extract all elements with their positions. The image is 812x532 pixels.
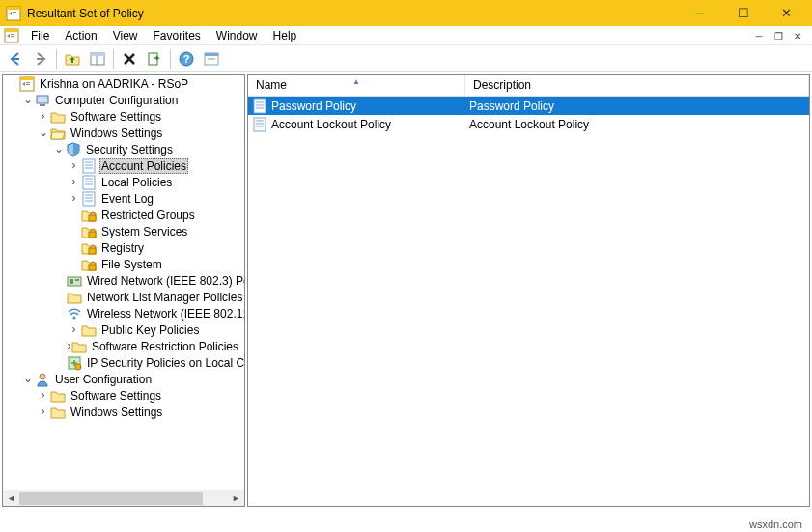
tree-event-log[interactable]: ›Event Log	[3, 190, 244, 207]
folder-icon	[81, 322, 97, 338]
export-icon	[147, 51, 162, 67]
expand-icon[interactable]: ›	[36, 405, 50, 419]
tree-network-list-manager[interactable]: Network List Manager Policies	[3, 289, 244, 305]
expand-icon[interactable]: ›	[36, 109, 50, 124]
expand-icon[interactable]: ›	[67, 158, 81, 173]
menu-view[interactable]: View	[105, 27, 146, 44]
tree-user-configuration[interactable]: ⌄User Configuration	[3, 371, 244, 387]
expand-icon[interactable]: ›	[67, 191, 81, 206]
menu-action[interactable]: Action	[57, 27, 104, 44]
sort-asc-icon: ▲	[352, 77, 360, 86]
tree-h-scrollbar[interactable]: ◄ ►	[3, 490, 244, 506]
column-name[interactable]: Name▲	[248, 75, 465, 96]
app-icon	[6, 6, 21, 21]
collapse-icon[interactable]: ⌄	[51, 142, 66, 156]
titlebar: Resultant Set of Policy ─ ☐ ✕	[0, 0, 812, 26]
menu-help[interactable]: Help	[266, 27, 305, 44]
tree-software-restriction[interactable]: ›Software Restriction Policies	[3, 338, 244, 354]
list-panel[interactable]: Name▲ Description Password Policy Passwo…	[247, 74, 810, 507]
tree-wired-network[interactable]: Wired Network (IEEE 802.3) Policies	[3, 272, 244, 289]
delete-button[interactable]	[118, 47, 141, 70]
doclist-icon	[81, 191, 97, 207]
tree-comp-software-settings[interactable]: ›Software Settings	[3, 108, 244, 125]
tree-ip-security[interactable]: IP Security Policies on Local Computer	[3, 354, 244, 371]
folder-open-icon	[50, 126, 66, 141]
ipsec-icon	[67, 355, 82, 371]
mdi-minimize-button[interactable]: ─	[750, 28, 768, 43]
list-row-password-policy[interactable]: Password Policy Password Policy	[248, 97, 809, 115]
tree-public-key-policies[interactable]: ›Public Key Policies	[3, 322, 244, 338]
menubar: File Action View Favorites Window Help ─…	[0, 26, 812, 45]
doclist-icon	[81, 175, 97, 190]
column-description[interactable]: Description	[465, 75, 809, 96]
collapse-icon[interactable]: ⌄	[20, 372, 35, 386]
scroll-thumb[interactable]	[19, 492, 203, 505]
shield-icon	[66, 142, 81, 157]
doclist-icon	[252, 98, 267, 114]
svg-rect-24	[40, 104, 45, 106]
properties-button[interactable]	[200, 47, 223, 70]
up-button[interactable]	[61, 47, 84, 70]
folder-icon	[67, 290, 82, 305]
expand-icon[interactable]: ›	[36, 388, 50, 403]
user-icon	[35, 372, 50, 387]
tree-local-policies[interactable]: ›Local Policies	[3, 174, 244, 190]
netcard-icon	[67, 273, 82, 289]
tree-system-services[interactable]: System Services	[3, 223, 244, 239]
computer-icon	[35, 93, 50, 108]
scroll-right-icon[interactable]: ►	[228, 490, 244, 507]
tree-wireless-network[interactable]: Wireless Network (IEEE 802.11) Policies	[3, 305, 244, 322]
folder-icon	[50, 109, 66, 125]
scroll-left-icon[interactable]: ◄	[3, 490, 19, 507]
rsop-icon	[19, 76, 35, 92]
footer-watermark: wsxdn.com	[749, 518, 802, 530]
forward-button[interactable]	[29, 47, 52, 70]
menu-window[interactable]: Window	[209, 27, 266, 44]
menu-file[interactable]: File	[23, 27, 57, 44]
wifi-icon	[67, 306, 82, 322]
tree-comp-windows-settings[interactable]: ⌄Windows Settings	[3, 125, 244, 141]
close-button[interactable]: ✕	[765, 0, 808, 26]
folder-lock-icon	[81, 224, 97, 239]
mdi-close-button[interactable]: ✕	[789, 28, 806, 43]
system-menu-icon[interactable]	[4, 28, 19, 43]
tree-security-settings[interactable]: ⌄Security Settings	[3, 141, 244, 157]
toolbar	[0, 45, 812, 72]
svg-rect-23	[37, 96, 48, 103]
window-title: Resultant Set of Policy	[27, 7, 144, 20]
list-header: Name▲ Description	[248, 75, 809, 97]
pane-icon	[90, 51, 105, 67]
expand-icon[interactable]: ›	[67, 175, 81, 189]
help-icon	[179, 51, 194, 67]
maximize-button[interactable]: ☐	[721, 0, 765, 26]
tree-user-windows-settings[interactable]: ›Windows Settings	[3, 404, 244, 420]
back-button[interactable]	[4, 47, 27, 70]
collapse-icon[interactable]: ⌄	[36, 126, 50, 140]
forward-icon	[33, 51, 48, 67]
collapse-icon[interactable]: ⌄	[20, 93, 35, 107]
tree-root[interactable]: Krishna on AADRIKA - RSoP	[3, 75, 244, 92]
delete-icon	[122, 51, 137, 67]
folder-lock-icon	[81, 208, 97, 223]
export-list-button[interactable]	[143, 47, 166, 70]
tree-computer-configuration[interactable]: ⌄Computer Configuration	[3, 92, 244, 108]
tree-registry[interactable]: Registry	[3, 239, 244, 256]
list-row-account-lockout-policy[interactable]: Account Lockout Policy Account Lockout P…	[248, 115, 809, 133]
tree-restricted-groups[interactable]: Restricted Groups	[3, 207, 244, 223]
folder-up-icon	[65, 51, 80, 67]
tree-file-system[interactable]: File System	[3, 256, 244, 272]
tree-panel[interactable]: Krishna on AADRIKA - RSoP ⌄Computer Conf…	[2, 74, 245, 507]
mdi-restore-button[interactable]: ❐	[770, 28, 787, 43]
expand-icon[interactable]: ›	[67, 322, 81, 337]
tree-user-software-settings[interactable]: ›Software Settings	[3, 387, 244, 404]
minimize-button[interactable]: ─	[678, 0, 721, 26]
show-hide-tree-button[interactable]	[86, 47, 109, 70]
properties-icon	[204, 51, 219, 67]
help-button[interactable]	[175, 47, 198, 70]
menu-favorites[interactable]: Favorites	[146, 27, 209, 44]
folder-icon	[50, 405, 66, 420]
doclist-icon	[81, 158, 97, 174]
folder-icon	[71, 339, 87, 354]
tree-account-policies[interactable]: ›Account Policies	[3, 157, 244, 174]
folder-lock-icon	[81, 240, 97, 256]
